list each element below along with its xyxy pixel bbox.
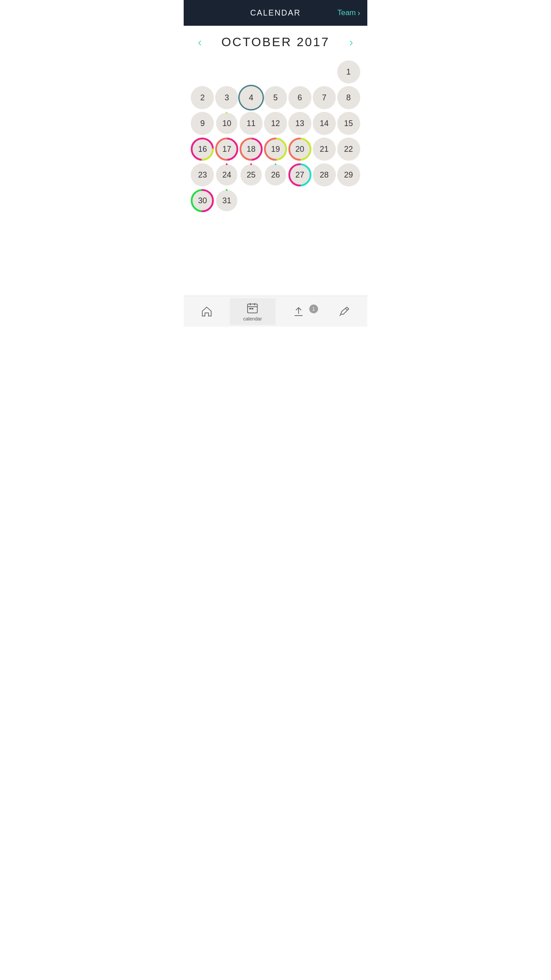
day-cell[interactable]: 30 [191,189,214,212]
day-cell[interactable]: 15 [337,112,360,135]
month-nav: ‹ OCTOBER 2017 › [191,35,360,50]
day-number: 22 [344,145,353,154]
day-cell[interactable]: 26 [264,163,287,186]
day-cell[interactable]: 11 [240,112,263,135]
day-cell-empty [264,60,287,83]
calendar-grid: 123456789 10 1112131415 16 17 18 19 20 2… [191,60,360,212]
day-cell[interactable]: 8 [337,86,360,109]
home-icon [201,305,213,318]
day-cell-empty [313,60,336,83]
day-cell[interactable]: 12 [264,112,287,135]
day-number: 13 [295,119,304,128]
day-cell[interactable]: 14 [313,112,336,135]
day-cell-empty [191,60,214,83]
day-number: 29 [344,170,353,180]
day-number: 6 [298,93,302,103]
upload-icon [292,305,305,318]
day-cell-empty [337,189,360,212]
day-number: 7 [322,93,327,103]
day-cell[interactable]: 4 [240,86,263,109]
day-number: 8 [346,93,351,103]
page-title: CALENDAR [250,8,301,18]
day-cell[interactable]: 24 [215,163,238,186]
day-number: 20 [295,145,304,154]
day-cell[interactable]: 27 [288,163,311,186]
day-cell[interactable]: 18 [240,138,263,161]
team-button[interactable]: Team › [337,8,360,18]
day-number: 21 [320,145,329,154]
day-number: 3 [224,93,229,103]
day-cell[interactable]: 13 [288,112,311,135]
svg-rect-17 [252,308,253,309]
prev-month-button[interactable]: ‹ [194,35,205,50]
nav-home[interactable] [184,302,230,321]
day-number: 2 [200,93,205,103]
day-cell[interactable]: 5 [264,86,287,109]
header: CALENDAR Team › [184,0,367,26]
day-cell[interactable]: 3 [215,86,238,109]
nav-edit[interactable] [322,302,368,321]
badge: 1 [309,304,318,313]
day-cell[interactable]: 16 [191,138,214,161]
day-number: 26 [271,170,280,180]
day-number: 23 [198,170,207,180]
svg-line-20 [346,308,347,310]
bottom-nav: calendar 1 [184,296,367,327]
nav-calendar[interactable]: calendar [230,298,276,325]
calendar-area: ‹ OCTOBER 2017 › 123456789 10 1112131415… [184,26,367,296]
next-month-button[interactable]: › [346,35,357,50]
day-number: 19 [271,145,280,154]
day-cell-empty [240,189,263,212]
day-cell[interactable]: 23 [191,163,214,186]
day-cell-empty [240,60,263,83]
day-number: 10 [222,119,231,128]
day-cell[interactable]: 25 [240,163,263,186]
calendar-icon [246,302,259,314]
day-cell[interactable]: 7 [313,86,336,109]
day-cell[interactable]: 10 [215,112,238,135]
day-number: 31 [222,196,231,205]
day-cell[interactable]: 2 [191,86,214,109]
day-number: 24 [222,170,231,180]
day-number: 11 [247,119,256,128]
day-cell[interactable]: 20 [288,138,311,161]
day-cell-empty [288,189,311,212]
day-number: 28 [320,170,329,180]
day-number: 15 [344,119,353,128]
day-number: 16 [198,145,207,154]
day-cell-empty [313,189,336,212]
day-number: 4 [249,93,253,103]
day-number: 17 [222,145,231,154]
month-title: OCTOBER 2017 [221,35,330,49]
edit-icon [338,305,350,318]
day-cell[interactable]: 17 [215,138,238,161]
day-number: 9 [200,119,205,128]
day-cell-empty [264,189,287,212]
svg-line-19 [340,314,341,316]
day-cell[interactable]: 31 [215,189,238,212]
day-number: 1 [346,67,351,77]
day-number: 14 [320,119,329,128]
svg-rect-16 [249,308,251,309]
day-cell[interactable]: 28 [313,163,336,186]
day-number: 27 [295,170,304,180]
day-number: 18 [247,145,256,154]
day-cell-empty [215,60,238,83]
day-cell[interactable]: 29 [337,163,360,186]
day-cell-empty [288,60,311,83]
day-number: 12 [271,119,280,128]
team-label: Team [337,8,356,17]
day-number: 5 [273,93,278,103]
day-number: 25 [247,170,256,180]
day-cell[interactable]: 22 [337,138,360,161]
day-cell[interactable]: 9 [191,112,214,135]
nav-upload[interactable]: 1 [276,302,322,321]
day-cell[interactable]: 6 [288,86,311,109]
calendar-nav-label: calendar [243,316,262,321]
day-cell[interactable]: 21 [313,138,336,161]
day-cell[interactable]: 1 [337,60,360,83]
day-number: 30 [198,196,207,205]
day-cell[interactable]: 19 [264,138,287,161]
chevron-right-icon: › [358,8,360,18]
